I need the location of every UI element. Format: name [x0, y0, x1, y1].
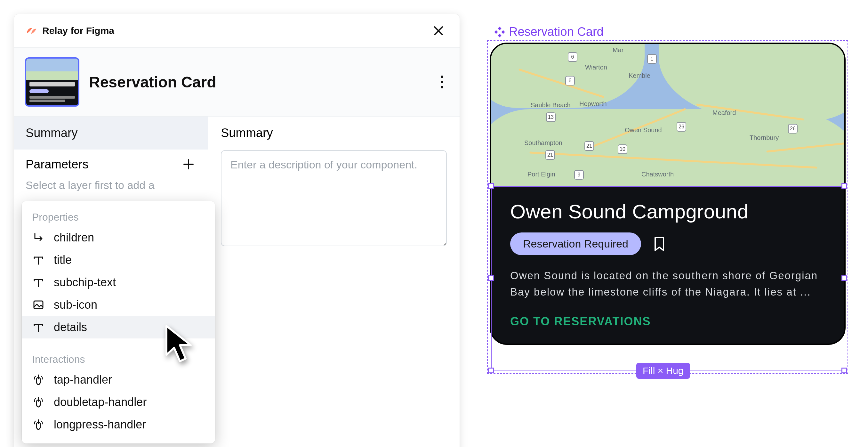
interaction-item-label: tap-handler — [54, 373, 112, 386]
svg-rect-10 — [501, 30, 505, 34]
svg-rect-9 — [494, 30, 498, 34]
reservation-chip[interactable]: Reservation Required — [510, 233, 641, 255]
svg-rect-8 — [498, 34, 501, 37]
map-route-shield: 26 — [788, 124, 798, 133]
selection-handle[interactable] — [488, 275, 494, 281]
property-item-subchip-text[interactable]: subchip-text — [22, 271, 215, 294]
map-town-label: Thornbury — [750, 134, 779, 142]
layer-name-text: Reservation Card — [509, 25, 603, 39]
text-icon — [32, 276, 45, 289]
selection-handle[interactable] — [841, 275, 847, 281]
tap-icon — [32, 374, 45, 386]
card-title: Owen Sound Campground — [510, 200, 825, 223]
figma-canvas: Reservation Card Mar Wiarton Kemble Saub… — [490, 25, 846, 345]
map-route-shield: 6 — [565, 76, 575, 86]
svg-point-1 — [441, 81, 443, 83]
text-icon — [32, 321, 45, 334]
svg-rect-7 — [498, 27, 501, 30]
selection-handle[interactable] — [488, 183, 494, 189]
summary-section-title: Summary — [221, 126, 447, 140]
tab-summary[interactable]: Summary — [14, 117, 208, 150]
map-route-shield: 21 — [584, 141, 594, 151]
component-thumbnail[interactable] — [25, 57, 80, 107]
tap-icon — [32, 418, 45, 431]
card-content: Owen Sound Campground Reservation Requir… — [491, 186, 844, 344]
interaction-item-longpress[interactable]: longpress-handler — [22, 413, 215, 436]
plugin-right-pane: Summary — [208, 117, 460, 435]
map-route-shield: 26 — [677, 122, 686, 131]
bookmark-icon[interactable] — [653, 236, 666, 252]
tap-icon — [32, 396, 45, 409]
map-town-label: Sauble Beach — [531, 101, 571, 109]
map-route-shield: 9 — [574, 170, 584, 180]
parameters-header: Parameters — [14, 150, 208, 179]
map-town-label: Port Elgin — [527, 171, 555, 178]
parameters-label: Parameters — [26, 157, 88, 171]
reservation-card[interactable]: Mar Wiarton Kemble Sauble Beach Hepworth… — [490, 42, 846, 345]
map-town-label: Kemble — [629, 72, 650, 80]
selection-handle[interactable] — [841, 183, 847, 189]
map-route-shield: 6 — [568, 52, 578, 62]
property-item-label: children — [54, 231, 94, 244]
interaction-item-label: longpress-handler — [54, 418, 146, 431]
property-item-title[interactable]: title — [22, 249, 215, 271]
parameters-hint: Select a layer first to add a — [14, 179, 208, 198]
map-town-label: Hepworth — [579, 100, 607, 108]
property-item-label: sub-icon — [54, 298, 97, 311]
component-name: Reservation Card — [89, 73, 435, 91]
more-menu-button[interactable] — [435, 72, 449, 92]
description-input[interactable] — [221, 150, 447, 246]
map-town-label: Wiarton — [585, 64, 607, 71]
map-town-label: Southampton — [524, 139, 562, 147]
map-route-shield: 21 — [546, 150, 555, 160]
parameter-dropdown: Properties children title subchip-text s… — [22, 201, 215, 444]
card-cta-link[interactable]: GO TO RESERVATIONS — [510, 315, 825, 328]
map-route-shield: 10 — [618, 144, 627, 154]
plugin-header: Relay for Figma — [14, 14, 460, 48]
map-route-shield: 13 — [546, 112, 556, 122]
map-town-label: Meaford — [712, 109, 736, 117]
card-selection-wrapper: Mar Wiarton Kemble Sauble Beach Hepworth… — [490, 42, 846, 345]
map-town-label: Mar — [613, 47, 623, 54]
text-icon — [32, 254, 45, 266]
svg-rect-6 — [34, 301, 43, 309]
properties-section-label: Properties — [22, 206, 215, 227]
component-icon — [494, 27, 505, 37]
interaction-item-tap[interactable]: tap-handler — [22, 368, 215, 391]
card-details: Owen Sound is located on the southern sh… — [510, 267, 825, 300]
map-town-label: Chatsworth — [642, 171, 674, 178]
add-parameter-button[interactable] — [181, 156, 196, 172]
map-town-label: Owen Sound — [625, 126, 662, 134]
relay-logo-icon — [25, 24, 38, 37]
svg-point-0 — [441, 76, 443, 78]
image-icon — [32, 298, 45, 311]
card-map-image: Mar Wiarton Kemble Sauble Beach Hepworth… — [491, 44, 844, 186]
selection-handle[interactable] — [488, 367, 494, 374]
plugin-title: Relay for Figma — [42, 25, 428, 36]
card-chip-row: Reservation Required — [510, 233, 825, 255]
children-icon — [32, 231, 45, 244]
property-item-label: details — [54, 321, 87, 334]
property-item-label: title — [54, 253, 72, 267]
autolayout-size-chip: Fill × Hug — [636, 363, 690, 379]
property-item-children[interactable]: children — [22, 227, 215, 249]
property-item-label: subchip-text — [54, 276, 116, 289]
interaction-item-label: doubletap-handler — [54, 395, 147, 409]
selection-handle[interactable] — [841, 367, 847, 374]
property-item-sub-icon[interactable]: sub-icon — [22, 294, 215, 316]
close-button[interactable] — [428, 23, 449, 38]
svg-point-2 — [441, 86, 443, 88]
layer-name-label[interactable]: Reservation Card — [494, 25, 846, 39]
component-header: Reservation Card — [14, 48, 460, 117]
cursor-icon — [163, 324, 198, 366]
interaction-item-doubletap[interactable]: doubletap-handler — [22, 391, 215, 413]
map-route-shield: 1 — [647, 54, 657, 64]
